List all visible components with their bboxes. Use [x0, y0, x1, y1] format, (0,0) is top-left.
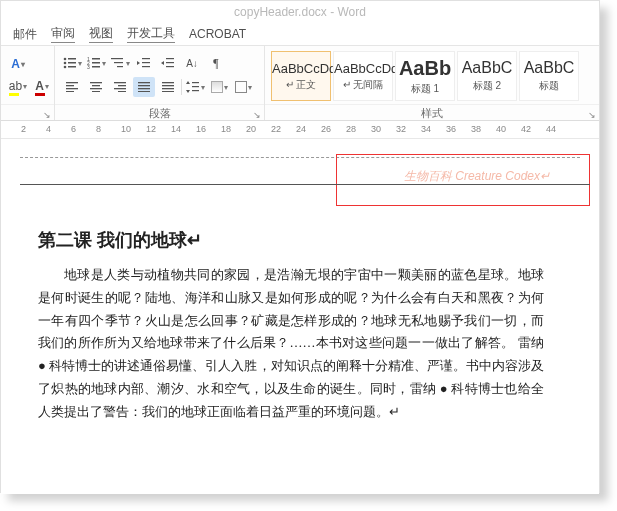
svg-rect-7	[92, 58, 100, 60]
svg-rect-40	[162, 91, 174, 92]
paragraph-group-label: 段落↘	[55, 104, 264, 120]
ruler-mark: 18	[221, 124, 231, 134]
ruler-mark: 8	[96, 124, 101, 134]
horizontal-ruler[interactable]: 2468101214161820222426283032343638404244	[1, 121, 599, 139]
text-effects-button[interactable]: A▾	[7, 54, 29, 74]
svg-rect-29	[114, 82, 126, 83]
align-justify-button[interactable]	[133, 77, 155, 97]
ruler-mark: 44	[546, 124, 556, 134]
svg-rect-39	[162, 88, 174, 89]
ruler-mark: 16	[196, 124, 206, 134]
line-spacing-button[interactable]: ▾	[184, 77, 206, 97]
ruler-mark: 40	[496, 124, 506, 134]
style-heading1[interactable]: AaBb 标题 1	[395, 51, 455, 101]
ruler-mark: 4	[46, 124, 51, 134]
svg-rect-22	[66, 85, 74, 86]
tab-review[interactable]: 审阅	[51, 25, 75, 43]
svg-rect-34	[138, 85, 150, 86]
svg-rect-30	[118, 85, 126, 86]
svg-rect-20	[166, 66, 174, 67]
increase-indent-button[interactable]	[157, 53, 179, 73]
ruler-mark: 32	[396, 124, 406, 134]
svg-rect-38	[162, 85, 174, 86]
ruler-mark: 38	[471, 124, 481, 134]
borders-button[interactable]: ▾	[232, 77, 254, 97]
svg-rect-41	[192, 82, 199, 83]
ribbon-tabs: 邮件 审阅 视图 开发工具 ACROBAT	[1, 23, 599, 45]
tab-mail[interactable]: 邮件	[13, 26, 37, 43]
svg-rect-43	[192, 90, 199, 91]
svg-rect-14	[117, 66, 123, 67]
body-paragraph[interactable]: 地球是人类与动植物共同的家园，是浩瀚无垠的宇宙中一颗美丽的蓝色星球。地球是何时诞…	[38, 264, 544, 423]
ruler-mark: 12	[146, 124, 156, 134]
style-normal[interactable]: AaBbCcDd ↵ 正文	[271, 51, 331, 101]
svg-point-2	[63, 62, 66, 65]
svg-rect-12	[111, 58, 123, 59]
ruler-mark: 20	[246, 124, 256, 134]
svg-rect-42	[192, 86, 199, 87]
svg-rect-37	[162, 82, 174, 83]
style-heading2[interactable]: AaBbC 标题 2	[457, 51, 517, 101]
svg-rect-25	[90, 82, 102, 83]
svg-point-4	[63, 66, 66, 69]
svg-rect-16	[142, 62, 150, 63]
svg-rect-24	[66, 91, 74, 92]
ruler-mark: 14	[171, 124, 181, 134]
svg-rect-11	[92, 66, 100, 68]
font-group-label: ↘	[1, 104, 54, 120]
align-right-button[interactable]	[109, 77, 131, 97]
ruler-mark: 6	[71, 124, 76, 134]
tab-acrobat[interactable]: ACROBAT	[189, 27, 246, 41]
svg-rect-3	[68, 62, 76, 64]
svg-rect-15	[142, 58, 150, 59]
svg-rect-27	[90, 88, 102, 89]
svg-rect-1	[68, 58, 76, 60]
svg-rect-32	[118, 91, 126, 92]
ruler-mark: 24	[296, 124, 306, 134]
highlight-button[interactable]: ab▾	[7, 76, 29, 96]
ruler-mark: 30	[371, 124, 381, 134]
svg-point-0	[63, 58, 66, 61]
tab-view[interactable]: 视图	[89, 25, 113, 43]
svg-rect-36	[138, 91, 150, 92]
svg-rect-17	[142, 66, 150, 67]
ruler-mark: 2	[21, 124, 26, 134]
svg-rect-9	[92, 62, 100, 64]
svg-rect-13	[114, 62, 123, 63]
ruler-mark: 28	[346, 124, 356, 134]
styles-group-label: 样式↘	[265, 104, 599, 120]
svg-rect-23	[66, 88, 78, 89]
multilevel-list-button[interactable]: ▾	[109, 53, 131, 73]
svg-text:3: 3	[87, 64, 90, 69]
ruler-mark: 22	[271, 124, 281, 134]
style-title[interactable]: AaBbC 标题	[519, 51, 579, 101]
shading-button[interactable]: ▾	[208, 77, 230, 97]
ruler-mark: 42	[521, 124, 531, 134]
decrease-indent-button[interactable]	[133, 53, 155, 73]
style-nospacing[interactable]: AaBbCcDd ↵ 无间隔	[333, 51, 393, 101]
svg-rect-31	[114, 88, 126, 89]
ruler-mark: 34	[421, 124, 431, 134]
tab-developer[interactable]: 开发工具	[127, 25, 175, 43]
show-marks-button[interactable]: ¶	[205, 53, 227, 73]
align-distribute-button[interactable]	[157, 77, 179, 97]
document-area[interactable]: 生物百科 Creature Codex↵ 第二课 我们的地球↵ 地球是人类与动植…	[1, 139, 599, 494]
svg-rect-26	[92, 85, 100, 86]
align-left-button[interactable]	[61, 77, 83, 97]
svg-rect-19	[166, 62, 174, 63]
sort-button[interactable]: A↓	[181, 53, 203, 73]
align-center-button[interactable]	[85, 77, 107, 97]
svg-rect-21	[66, 82, 78, 83]
font-color-button[interactable]: A▾	[31, 76, 53, 96]
ruler-mark: 10	[121, 124, 131, 134]
bullets-button[interactable]: ▾	[61, 53, 83, 73]
svg-rect-33	[138, 82, 150, 83]
numbering-button[interactable]: 123▾	[85, 53, 107, 73]
page-header-text[interactable]: 生物百科 Creature Codex↵	[404, 168, 550, 185]
svg-rect-18	[166, 58, 174, 59]
svg-rect-35	[138, 88, 150, 89]
ruler-mark: 36	[446, 124, 456, 134]
svg-rect-5	[68, 66, 76, 68]
svg-rect-28	[92, 91, 100, 92]
lesson-title[interactable]: 第二课 我们的地球↵	[38, 228, 544, 252]
